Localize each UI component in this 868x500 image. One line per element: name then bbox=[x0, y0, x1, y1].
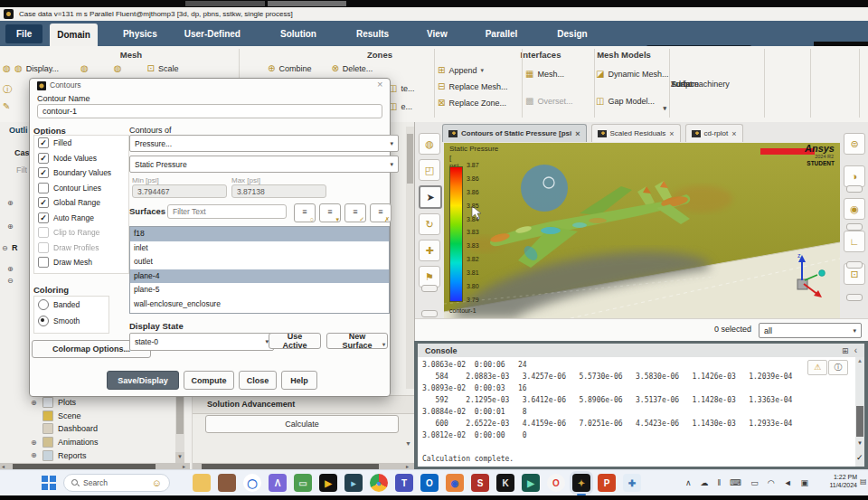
k-app-icon[interactable]: K bbox=[496, 474, 514, 492]
radio[interactable] bbox=[38, 299, 49, 310]
collapse-icon[interactable]: ‹ bbox=[854, 345, 857, 355]
maps-people-icon[interactable]: ◉ bbox=[446, 474, 464, 492]
shading-icon[interactable]: ◑ bbox=[844, 165, 865, 187]
wifi-icon[interactable]: ◠ bbox=[768, 478, 775, 487]
menu-user-defined[interactable]: User-Defined bbox=[177, 21, 248, 46]
camera-icon[interactable]: ▣ bbox=[801, 478, 809, 487]
warning-icon[interactable]: ⚠ bbox=[807, 360, 827, 375]
replace-zone-button[interactable]: ⊠Replace Zone... bbox=[438, 98, 511, 108]
toolbar-slider[interactable] bbox=[846, 223, 863, 231]
toolbar-slider[interactable] bbox=[421, 310, 438, 317]
menu-file[interactable]: File bbox=[5, 24, 42, 43]
surface-list-item[interactable]: plane-5 bbox=[130, 283, 389, 297]
eye-icon[interactable]: ◉ bbox=[844, 198, 865, 220]
tree-expander-icon[interactable]: ⊕ bbox=[7, 265, 14, 273]
display-state-select[interactable]: state-0▾ bbox=[129, 333, 274, 351]
surface-list-item[interactable]: wall-enclosure_enclosure bbox=[130, 297, 389, 312]
menu-physics[interactable]: Physics bbox=[116, 21, 165, 46]
chrome-icon[interactable]: ● bbox=[370, 474, 388, 492]
scroll-down-icon[interactable]: ▼ bbox=[405, 440, 411, 447]
rotate-icon[interactable]: ↻ bbox=[419, 213, 440, 235]
axes-icon[interactable]: ∟ bbox=[844, 231, 865, 252]
surfaces-select-all-button[interactable]: ≡✓ bbox=[344, 203, 366, 222]
start-button[interactable] bbox=[42, 476, 56, 490]
tree-expander-icon[interactable]: ⊕ bbox=[7, 199, 14, 207]
calculate-button[interactable]: Calculate bbox=[205, 415, 399, 433]
powerpoint-icon[interactable]: P bbox=[598, 474, 616, 492]
toolbar-slider[interactable] bbox=[846, 185, 863, 193]
option-checkbox[interactable]: ✓ Auto Range bbox=[34, 211, 128, 226]
surfaces-filter-button[interactable]: ≡○ bbox=[294, 203, 316, 222]
tree-item-dashboard[interactable]: Dashboard bbox=[31, 422, 174, 436]
overset-button[interactable]: ▩Overset... bbox=[525, 96, 572, 106]
help-button[interactable]: Help bbox=[281, 371, 317, 390]
dialog-titlebar[interactable]: Contours × bbox=[30, 79, 390, 92]
option-checkbox[interactable]: ✓ Contour Lines bbox=[34, 181, 128, 196]
checkbox[interactable]: ✓ bbox=[38, 153, 49, 164]
mesh-interface-button[interactable]: ▦Mesh... bbox=[525, 69, 572, 79]
zones-cut-button[interactable]: ◫te... bbox=[389, 83, 414, 93]
volume-icon[interactable]: ◄ bbox=[784, 478, 792, 487]
toolbar-slider[interactable] bbox=[846, 294, 863, 301]
menu-solution[interactable]: Solution bbox=[273, 21, 324, 46]
menu-domain[interactable]: Domain bbox=[50, 24, 98, 46]
delete-button[interactable]: ⊗Delete... bbox=[331, 63, 373, 73]
tree-item-plots[interactable]: ⊕ Plots bbox=[31, 396, 174, 410]
views-icon[interactable]: ⊜ bbox=[844, 133, 865, 155]
clipchamp-icon[interactable]: ▸ bbox=[344, 474, 363, 492]
console-scrollbar[interactable]: ▲ ▼ ✓ bbox=[855, 357, 864, 467]
surfaces-filter-input[interactable] bbox=[167, 204, 287, 219]
taskpane-scrollbar[interactable] bbox=[406, 127, 414, 389]
pointer-icon[interactable]: ➤ bbox=[419, 185, 442, 209]
view-box-icon[interactable]: ◰ bbox=[419, 159, 440, 181]
checkbox[interactable]: ✓ bbox=[38, 197, 49, 208]
close-button[interactable]: Close bbox=[239, 371, 277, 390]
dynamic-mesh-button[interactable]: ◪Dynamic Mesh... bbox=[596, 69, 668, 79]
use-active-button[interactable]: Use Active bbox=[269, 333, 321, 349]
contour-render-canvas[interactable]: z Static Pressure [ psi ] 3.873.863.863.… bbox=[444, 143, 840, 318]
menu-view[interactable]: View bbox=[420, 21, 455, 46]
taskbar-search[interactable]: Search ☺ bbox=[63, 474, 170, 492]
mesh-tool-button[interactable]: ◍ bbox=[80, 63, 92, 73]
zones-cut-button-2[interactable]: ◫e... bbox=[389, 101, 414, 111]
opera-icon[interactable]: O bbox=[547, 474, 565, 492]
outlook-icon[interactable]: O bbox=[420, 474, 439, 492]
tree-expander-icon[interactable]: ⊖ bbox=[2, 244, 8, 252]
surface-list-item[interactable]: inlet bbox=[130, 241, 389, 256]
menu-results[interactable]: Results bbox=[349, 21, 396, 46]
coloring-radio[interactable]: Banded bbox=[34, 297, 108, 313]
close-tab-icon[interactable]: × bbox=[669, 129, 674, 138]
surface-list-item[interactable]: f18 bbox=[130, 227, 389, 241]
scale-button[interactable]: ⊡Scale bbox=[147, 63, 179, 73]
mic-icon[interactable]: ‖ bbox=[718, 478, 722, 487]
screen-cast-icon[interactable]: ▭ bbox=[750, 478, 759, 487]
toolbar-slider[interactable] bbox=[421, 285, 438, 292]
onedrive-icon[interactable]: ☁ bbox=[701, 478, 709, 487]
tree-item-reports[interactable]: ⊕ Reports bbox=[31, 448, 174, 462]
scroll-up-icon[interactable]: ▲ bbox=[857, 358, 863, 363]
scroll-left-icon[interactable]: ◂ bbox=[2, 463, 5, 469]
mesh-display-icon[interactable]: ◍ bbox=[419, 133, 440, 155]
coloring-radio[interactable]: Smooth bbox=[34, 313, 108, 329]
close-tab-icon[interactable]: × bbox=[731, 129, 736, 138]
scroll-right-icon[interactable]: ▸ bbox=[406, 463, 409, 469]
tray-expand-icon[interactable]: ∧ bbox=[685, 478, 692, 487]
contours-of-select[interactable]: Pressure...▾ bbox=[129, 135, 399, 152]
append-button[interactable]: ⊞Append▾ bbox=[438, 65, 511, 75]
contour-name-input[interactable] bbox=[37, 104, 382, 118]
surface-filter-select[interactable]: all ▾ bbox=[759, 323, 862, 338]
file-explorer-icon[interactable] bbox=[193, 474, 211, 492]
checkbox[interactable]: ✓ bbox=[38, 242, 49, 253]
field-select[interactable]: Static Pressure▾ bbox=[129, 156, 399, 173]
tab-cd-rplot[interactable]: cd-rplot × bbox=[685, 124, 743, 142]
edit-icon[interactable]: ✎ bbox=[3, 101, 10, 111]
tree-expander-icon[interactable]: ⊕ bbox=[7, 222, 14, 231]
taskbar-clock[interactable]: 1:22 PM 11/4/2024 bbox=[814, 473, 857, 489]
new-surface-button[interactable]: New Surface▾ bbox=[326, 333, 388, 349]
classroom-app-icon[interactable]: ▭ bbox=[294, 474, 312, 492]
scroll-right-icon[interactable]: ▸ bbox=[183, 463, 185, 469]
option-checkbox[interactable]: ✓ Node Values bbox=[34, 151, 128, 166]
option-checkbox[interactable]: ✓ Draw Profiles bbox=[34, 241, 128, 256]
option-checkbox[interactable]: ✓ Filled bbox=[34, 136, 128, 151]
option-checkbox[interactable]: ✓ Global Range bbox=[34, 195, 128, 211]
